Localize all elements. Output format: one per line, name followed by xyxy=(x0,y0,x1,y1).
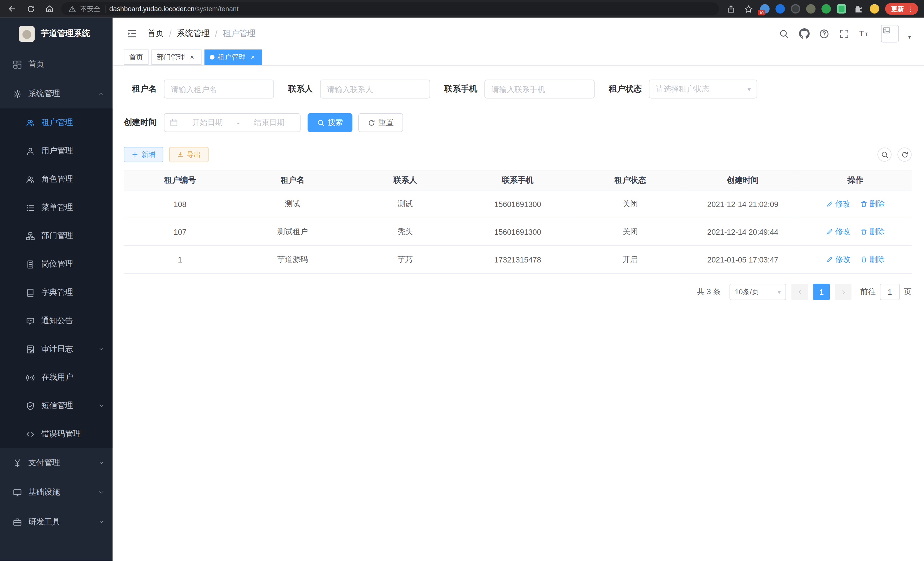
col-actions: 操作 xyxy=(799,170,912,190)
sidebar-item-tenant[interactable]: 租户管理 xyxy=(0,109,112,137)
reset-button[interactable]: 重置 xyxy=(358,113,403,132)
breadcrumb-home[interactable]: 首页 xyxy=(147,28,164,39)
extension-icon-green-square[interactable] xyxy=(837,4,846,14)
sidebar-item-online-users[interactable]: 在线用户 xyxy=(0,363,112,392)
sidebar-group-devtools[interactable]: 研发工具 xyxy=(0,507,112,537)
extension-icon-blue[interactable] xyxy=(776,4,785,14)
toggle-search-button[interactable] xyxy=(878,147,892,162)
sidebar-item-label: 角色管理 xyxy=(41,174,73,184)
tab-dept[interactable]: 部门管理 × xyxy=(152,50,201,65)
edit-link[interactable]: 修改 xyxy=(826,254,851,265)
cell-tenant-id: 1 xyxy=(124,246,236,273)
security-warning-icon[interactable] xyxy=(68,5,76,13)
dictionary-icon xyxy=(26,288,35,297)
share-icon[interactable] xyxy=(725,3,736,15)
help-icon[interactable] xyxy=(819,28,830,39)
sidebar-group-label: 基础设施 xyxy=(28,487,60,498)
sidebar-group-system[interactable]: 系统管理 xyxy=(0,79,112,108)
contact-input[interactable] xyxy=(327,85,423,93)
browser-home-icon[interactable] xyxy=(44,3,56,15)
status-label: 租户状态 xyxy=(609,84,649,94)
sidebar-group-payment[interactable]: 支付管理 xyxy=(0,448,112,478)
status-select-placeholder: 请选择租户状态 xyxy=(656,84,710,94)
delete-link[interactable]: 删除 xyxy=(860,226,885,237)
browser-back-icon[interactable] xyxy=(6,3,18,15)
address-bar[interactable]: 不安全 dashboard.yudao.iocoder.cn/system/te… xyxy=(62,2,719,15)
search-button-label: 搜索 xyxy=(328,117,343,128)
browser-reload-icon[interactable] xyxy=(25,3,37,15)
sidebar-item-dict[interactable]: 字典管理 xyxy=(0,278,112,307)
sidebar-fold-icon[interactable] xyxy=(127,28,137,39)
bookmark-star-icon[interactable] xyxy=(742,3,754,15)
github-icon[interactable] xyxy=(799,28,810,39)
tab-home[interactable]: 首页 xyxy=(124,50,148,65)
sidebar-item-auditlog[interactable]: 审计日志 xyxy=(0,335,112,363)
extension-icon-green-circle[interactable] xyxy=(821,4,831,14)
sidebar-group-label: 支付管理 xyxy=(28,458,60,468)
message-bubble-icon xyxy=(26,317,35,325)
sidebar-group-infra[interactable]: 基础设施 xyxy=(0,478,112,507)
delete-link[interactable]: 删除 xyxy=(860,199,885,209)
avatar[interactable] xyxy=(881,25,898,43)
extension-icon-yellow[interactable] xyxy=(870,4,879,14)
extension-icon-adblock[interactable]: 10 xyxy=(760,4,770,14)
next-page-button[interactable] xyxy=(835,284,852,300)
search-icon[interactable] xyxy=(778,28,790,39)
sidebar-submenu-system: 租户管理 用户管理 角色管理 菜单管理 xyxy=(0,109,112,448)
tab-close-icon[interactable]: × xyxy=(188,53,196,62)
add-button[interactable]: 新增 xyxy=(124,147,163,162)
cell-created: 2021-01-05 17:03:47 xyxy=(687,246,799,273)
yen-icon xyxy=(12,459,22,468)
sidebar-item-post[interactable]: 岗位管理 xyxy=(0,250,112,278)
chevron-down-icon xyxy=(98,519,104,525)
sidebar-item-errorcode[interactable]: 错误码管理 xyxy=(0,420,112,448)
page-number-1[interactable]: 1 xyxy=(813,284,830,300)
col-tenant-name: 租户名 xyxy=(236,170,349,190)
app-logo[interactable]: 芋道管理系统 xyxy=(0,18,112,50)
tab-tenant[interactable]: 租户管理 × xyxy=(205,50,262,65)
refresh-table-button[interactable] xyxy=(897,147,912,162)
sidebar-item-home[interactable]: 首页 xyxy=(0,50,112,79)
filter-create-time: 创建时间 开始日期 - 结束日期 xyxy=(124,113,301,132)
avatar-caret-icon[interactable]: ▾ xyxy=(908,34,911,40)
tab-label: 首页 xyxy=(129,52,143,62)
export-button[interactable]: 导出 xyxy=(169,147,208,162)
download-icon xyxy=(177,151,184,158)
menu-list-icon xyxy=(26,203,35,212)
edit-link[interactable]: 修改 xyxy=(826,226,851,237)
edit-link[interactable]: 修改 xyxy=(826,199,851,209)
sidebar-item-menu[interactable]: 菜单管理 xyxy=(0,194,112,222)
calendar-icon xyxy=(170,119,178,127)
table-row: 108 测试 测试 15601691300 关闭 2021-12-14 21:0… xyxy=(124,190,912,218)
extensions-puzzle-icon[interactable] xyxy=(852,3,864,15)
sidebar-item-role[interactable]: 角色管理 xyxy=(0,165,112,194)
date-range-picker[interactable]: 开始日期 - 结束日期 xyxy=(164,113,301,132)
phone-label: 联系手机 xyxy=(444,84,484,94)
tenant-name-input[interactable] xyxy=(171,85,267,93)
extension-icon-dark[interactable] xyxy=(791,4,800,14)
sidebar-item-sms[interactable]: 短信管理 xyxy=(0,392,112,420)
col-created: 创建时间 xyxy=(687,170,799,190)
page-size-select[interactable]: 10条/页 ▾ xyxy=(729,284,786,300)
phone-input[interactable] xyxy=(491,85,587,93)
status-select[interactable]: 请选择租户状态 ▾ xyxy=(649,80,758,98)
extension-icon-olive[interactable] xyxy=(806,4,816,14)
goto-page-input[interactable] xyxy=(880,284,900,300)
trash-icon xyxy=(860,256,867,263)
fullscreen-icon[interactable] xyxy=(838,28,850,39)
tab-close-icon[interactable]: × xyxy=(249,53,257,62)
chrome-update-button[interactable]: 更新 ⋮ xyxy=(885,3,918,15)
sidebar-item-notice[interactable]: 通知公告 xyxy=(0,307,112,335)
prev-page-button[interactable] xyxy=(791,284,808,300)
sidebar-item-label: 部门管理 xyxy=(41,230,73,241)
chrome-menu-icon[interactable]: ⋮ xyxy=(908,5,914,13)
chrome-update-label: 更新 xyxy=(891,4,904,13)
create-time-label: 创建时间 xyxy=(124,117,164,128)
delete-link[interactable]: 删除 xyxy=(860,254,885,265)
search-button[interactable]: 搜索 xyxy=(308,113,352,132)
breadcrumb-system[interactable]: 系统管理 xyxy=(177,28,210,39)
sidebar-item-dept[interactable]: 部门管理 xyxy=(0,222,112,250)
browser-chrome: 不安全 dashboard.yudao.iocoder.cn/system/te… xyxy=(0,0,924,18)
sidebar-item-user[interactable]: 用户管理 xyxy=(0,137,112,165)
font-size-icon[interactable]: TT xyxy=(859,28,870,39)
